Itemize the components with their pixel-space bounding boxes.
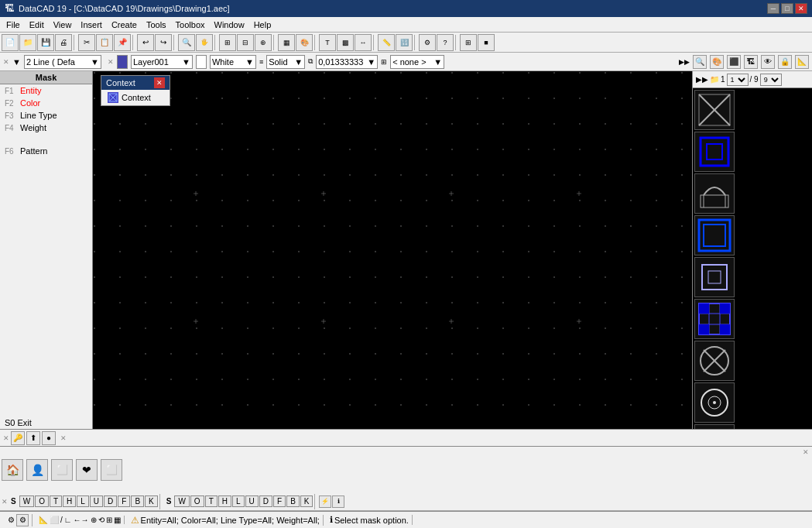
- kbd-u-1[interactable]: U: [90, 495, 103, 507]
- weight-dropdown[interactable]: 0,01333333▼: [316, 55, 378, 69]
- lightning-button[interactable]: ⚡: [319, 495, 331, 508]
- symbol-small-square[interactable]: [694, 257, 735, 297]
- dim-button[interactable]: ↔: [355, 34, 372, 51]
- kbd-h-2[interactable]: H: [218, 495, 231, 507]
- ortho-button[interactable]: ⊕: [255, 34, 272, 51]
- context-close-button[interactable]: ✕: [154, 77, 165, 88]
- kbd-o-1[interactable]: O: [35, 495, 49, 507]
- kbd-t-1[interactable]: T: [50, 495, 62, 507]
- symbol-blue-square[interactable]: [694, 132, 735, 172]
- kbd-t-2[interactable]: T: [205, 495, 218, 507]
- kbd-f-1[interactable]: F: [118, 495, 130, 507]
- grid-button[interactable]: ⊟: [237, 34, 254, 51]
- hatch-button[interactable]: ▩: [337, 34, 354, 51]
- snap-up-button[interactable]: ⬆: [26, 431, 40, 445]
- view-select[interactable]: 9: [760, 74, 782, 86]
- close-button[interactable]: ✕: [795, 3, 807, 14]
- kbd-w-1[interactable]: W: [19, 495, 34, 507]
- settings-button[interactable]: ⚙: [419, 34, 436, 51]
- block-button[interactable]: ■: [478, 34, 495, 51]
- kbd-o-2[interactable]: O: [190, 495, 204, 507]
- layer-tb-btn3[interactable]: ⬛: [727, 55, 741, 69]
- snap-key-button[interactable]: 🔑: [11, 431, 25, 445]
- status-gear-button[interactable]: ⚙: [16, 514, 29, 526]
- kbd-l-1[interactable]: L: [77, 495, 89, 507]
- open-button[interactable]: 📁: [19, 34, 36, 51]
- new-button[interactable]: 📄: [2, 34, 19, 51]
- minimize-button[interactable]: ─: [767, 3, 779, 14]
- line-type-dropdown[interactable]: 2 Line ( Defa▼: [24, 55, 101, 69]
- symbol-grid[interactable]: [694, 299, 735, 339]
- undo-button[interactable]: ↩: [137, 34, 154, 51]
- layer-name-dropdown[interactable]: Layer001▼: [131, 55, 193, 69]
- snap-red-button[interactable]: ●: [42, 431, 56, 445]
- layer-tb-btn1[interactable]: 🔍: [693, 55, 707, 69]
- layer-tb-btn4[interactable]: 🏗: [744, 55, 758, 69]
- menu-item-toolbox[interactable]: Toolbox: [171, 19, 210, 31]
- color-button[interactable]: 🎨: [296, 34, 313, 51]
- kbd-l-2[interactable]: L: [232, 495, 245, 507]
- menu-item-window[interactable]: Window: [210, 19, 249, 31]
- mini-square-icon[interactable]: ⬜: [51, 459, 73, 481]
- kbd-d-2[interactable]: D: [259, 495, 272, 507]
- snap-dropdown[interactable]: < none >▼: [390, 55, 444, 69]
- kbd-b-2[interactable]: B: [286, 495, 300, 507]
- measure-button[interactable]: 📏: [378, 34, 395, 51]
- mini-heart-icon[interactable]: ❤: [76, 459, 98, 481]
- maximize-button[interactable]: □: [781, 3, 793, 14]
- xref-button[interactable]: ⊞: [460, 34, 477, 51]
- kbd-f-2[interactable]: F: [273, 495, 286, 507]
- layer-button[interactable]: ▦: [278, 34, 295, 51]
- page-select[interactable]: 1: [727, 74, 749, 86]
- layer-color-swatch[interactable]: [117, 55, 128, 69]
- kbd-k-2[interactable]: K: [300, 495, 313, 507]
- kbd-u-2[interactable]: U: [245, 495, 259, 507]
- menu-item-insert[interactable]: Insert: [76, 19, 107, 31]
- layer-tb-btn7[interactable]: 📐: [795, 55, 809, 69]
- mask-weight-item[interactable]: F4 Weight: [0, 122, 92, 134]
- menu-item-view[interactable]: View: [49, 19, 77, 31]
- paste-button[interactable]: 📌: [114, 34, 131, 51]
- layer-tb-btn5[interactable]: 👁: [761, 55, 775, 69]
- menu-item-create[interactable]: Create: [107, 19, 142, 31]
- help-tb-button[interactable]: ?: [437, 34, 454, 51]
- context-item-context[interactable]: Context: [101, 90, 170, 105]
- symbol-arch[interactable]: [694, 173, 735, 214]
- symbol-blue-border[interactable]: [694, 215, 735, 255]
- symbol-x-circle[interactable]: [694, 341, 735, 381]
- mask-entity-item[interactable]: F1 Entity: [0, 84, 92, 97]
- exit-button[interactable]: S0 Exit: [0, 417, 92, 429]
- mask-pattern-item[interactable]: F6 Pattern: [0, 145, 92, 157]
- snap-button[interactable]: ⊞: [219, 34, 236, 51]
- symbol-x-box[interactable]: [694, 90, 735, 130]
- cut-button[interactable]: ✂: [78, 34, 95, 51]
- layer-tb-btn2[interactable]: 🎨: [710, 55, 724, 69]
- zoom-button[interactable]: 🔍: [178, 34, 195, 51]
- calc-button[interactable]: 🔢: [396, 34, 413, 51]
- redo-button[interactable]: ↪: [155, 34, 172, 51]
- pan-button[interactable]: 🖐: [196, 34, 213, 51]
- save-button[interactable]: 💾: [37, 34, 54, 51]
- kbd-h-1[interactable]: H: [63, 495, 76, 507]
- linestyle-dropdown[interactable]: Solid▼: [266, 55, 305, 69]
- color-dropdown[interactable]: White▼: [210, 55, 256, 69]
- menu-item-file[interactable]: File: [2, 19, 25, 31]
- mini-house-icon[interactable]: 🏠: [2, 459, 23, 481]
- drawing-area[interactable]: Context ✕ Context: [93, 71, 692, 429]
- menu-item-tools[interactable]: Tools: [142, 19, 171, 31]
- kbd-k-1[interactable]: K: [145, 495, 158, 507]
- mini-box-icon[interactable]: ⬜: [101, 459, 122, 481]
- layer-tb-btn6[interactable]: 🔒: [778, 55, 792, 69]
- kbd-b-1[interactable]: B: [131, 495, 144, 507]
- mask-color-item[interactable]: F2 Color: [0, 97, 92, 109]
- mask-linetype-item[interactable]: F3 Line Type: [0, 109, 92, 122]
- kbd-d-1[interactable]: D: [104, 495, 117, 507]
- text-button[interactable]: T: [319, 34, 336, 51]
- menu-item-help[interactable]: Help: [249, 19, 276, 31]
- mini-person-icon[interactable]: 👤: [26, 459, 48, 481]
- menu-item-edit[interactable]: Edit: [25, 19, 49, 31]
- print-button[interactable]: 🖨: [55, 34, 72, 51]
- kbd-w-2[interactable]: W: [174, 495, 189, 507]
- symbol-circle[interactable]: [694, 382, 735, 423]
- copy-button[interactable]: 📋: [96, 34, 113, 51]
